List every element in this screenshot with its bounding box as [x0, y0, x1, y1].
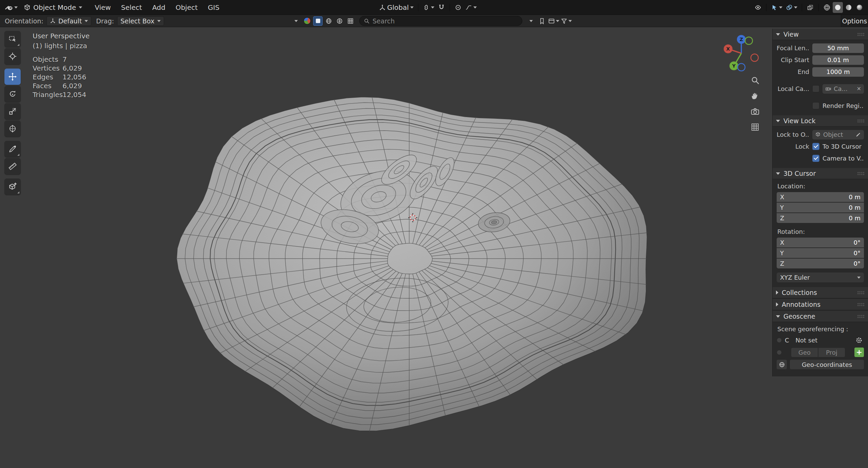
snap-magnet-toggle[interactable]: [436, 2, 447, 13]
geo-coordinates-button[interactable]: Geo-coordinates: [790, 360, 864, 369]
xray-toggle[interactable]: [805, 2, 815, 13]
orthographic-grid-button[interactable]: [747, 119, 762, 134]
menu-gis[interactable]: GIS: [203, 0, 224, 15]
bookmark-button[interactable]: [537, 16, 547, 26]
panel-header-collections[interactable]: Collections: [773, 287, 868, 298]
menu-object[interactable]: Object: [170, 0, 203, 15]
decorator-dot[interactable]: [777, 338, 782, 343]
panel-header-geoscene[interactable]: Geoscene: [773, 311, 868, 322]
drag-mode-dropdown[interactable]: Select Box: [117, 16, 164, 26]
matcap-ball-button[interactable]: [302, 16, 312, 26]
chevron-down-icon: [473, 6, 477, 8]
menu-select[interactable]: Select: [116, 0, 147, 15]
snap-target-dropdown[interactable]: [421, 2, 436, 13]
tool-select-box[interactable]: [4, 31, 21, 47]
decorator-dot[interactable]: [777, 350, 782, 355]
blender-logo-icon: [5, 4, 14, 11]
add-crs-button[interactable]: +: [854, 348, 864, 357]
clip-end-field[interactable]: 1000 m: [812, 67, 864, 77]
gizmo-neg-z-axis[interactable]: [738, 63, 745, 71]
proportional-falloff-dropdown[interactable]: [464, 2, 478, 13]
transform-orientation-dropdown[interactable]: Global: [378, 2, 415, 13]
panel-header-view-lock[interactable]: View Lock: [773, 115, 868, 127]
globe-icon-button[interactable]: [777, 360, 787, 369]
panel-header-annotations[interactable]: Annotations: [773, 299, 868, 310]
tool-move[interactable]: [4, 69, 21, 85]
geo-button[interactable]: Geo: [791, 348, 818, 357]
panel-grip[interactable]: [857, 119, 865, 123]
lock-to-3d-cursor-checkbox[interactable]: [812, 143, 819, 150]
camera-to-view-checkbox[interactable]: [812, 155, 819, 162]
focal-length-field[interactable]: 50 mm: [812, 43, 864, 53]
render-region-checkbox[interactable]: [812, 102, 819, 109]
zoom-button[interactable]: [747, 73, 762, 88]
pizza-mesh-object[interactable]: [160, 85, 662, 438]
cursor-rotation-z-field[interactable]: Z0°: [777, 259, 864, 268]
panel-grip[interactable]: [857, 172, 865, 175]
blender-menu-button[interactable]: [3, 0, 20, 15]
eyedropper-icon[interactable]: [855, 132, 861, 137]
tool-measure[interactable]: [4, 158, 21, 174]
shading-material-button[interactable]: [844, 2, 854, 13]
panel-header-view[interactable]: View: [773, 29, 868, 40]
cursor-location-x-field[interactable]: X0 m: [777, 192, 864, 202]
gear-icon: [855, 337, 863, 344]
tool-annotate[interactable]: [4, 141, 21, 157]
cursor-location-y-field[interactable]: Y0 m: [777, 203, 864, 212]
gizmo-neg-y-axis[interactable]: [745, 37, 753, 44]
proj-button[interactable]: Proj: [818, 348, 845, 357]
crs-settings-button[interactable]: [854, 335, 864, 345]
navigation-gizmo[interactable]: Z X Y: [722, 34, 761, 73]
rotation-mode-dropdown[interactable]: XYZ Euler: [777, 273, 864, 282]
local-camera-field[interactable]: Ca... ✕: [822, 84, 864, 94]
tool-add-cube[interactable]: [4, 179, 21, 195]
cursor-rotation-y-field[interactable]: Y0°: [777, 248, 864, 258]
viewport-3d[interactable]: User Perspective (1) lights | pizza Obje…: [0, 27, 868, 468]
pan-hand-button[interactable]: [747, 88, 762, 103]
menu-view[interactable]: View: [90, 0, 116, 15]
camera-view-button[interactable]: [747, 104, 762, 119]
shading-solid-button[interactable]: [833, 2, 843, 13]
orientation-dropdown[interactable]: Default: [47, 16, 91, 26]
filter-dropdown[interactable]: [561, 16, 572, 26]
menu-add[interactable]: Add: [147, 0, 170, 15]
object-visibility-dropdown[interactable]: [753, 2, 763, 13]
display-settings-dropdown[interactable]: [548, 16, 559, 26]
globe-button-1[interactable]: [324, 16, 333, 26]
options-panel-toggle[interactable]: Options: [841, 15, 868, 27]
panel-header-3d-cursor[interactable]: 3D Cursor: [773, 168, 868, 179]
lock-to-object-field[interactable]: Object: [812, 130, 864, 139]
xray-icon: [807, 4, 814, 11]
globe-button-2[interactable]: [335, 16, 344, 26]
show-gizmos-toggle[interactable]: [770, 2, 784, 13]
panel-grip[interactable]: [857, 315, 865, 318]
tool-scale[interactable]: [4, 103, 21, 119]
cursor-rotation-x-field[interactable]: X0°: [777, 238, 864, 247]
tool-cursor[interactable]: [4, 48, 21, 64]
tool-transform[interactable]: [4, 120, 21, 137]
grid-tiles-button[interactable]: [346, 16, 355, 26]
clip-start-field[interactable]: 0.01 m: [812, 55, 864, 65]
panel-grip[interactable]: [857, 33, 865, 36]
shading-wireframe-button[interactable]: [822, 2, 832, 13]
local-camera-checkbox[interactable]: [812, 85, 819, 92]
search-box[interactable]: [359, 16, 522, 26]
proportional-editing-toggle[interactable]: [453, 2, 463, 13]
search-options-chevron[interactable]: [526, 16, 536, 26]
close-icon[interactable]: ✕: [857, 86, 861, 92]
panel-grip[interactable]: [857, 303, 865, 306]
viewport-shading-toggle-active[interactable]: [313, 16, 323, 26]
search-input[interactable]: [373, 17, 518, 25]
show-overlays-toggle[interactable]: [784, 2, 799, 13]
wireframe-sphere-icon: [823, 4, 831, 11]
focal-length-row: Focal Len... 50 mm: [777, 43, 864, 53]
shading-rendered-button[interactable]: [854, 2, 865, 13]
cursor-location-stack: X0 m Y0 m Z0 m: [777, 192, 864, 223]
mode-dropdown[interactable]: Object Mode: [20, 2, 86, 13]
tool-rotate[interactable]: [4, 86, 21, 102]
gizmo-neg-x-axis[interactable]: [751, 54, 758, 61]
cursor-location-z-field[interactable]: Z0 m: [777, 213, 864, 223]
panel-grip[interactable]: [857, 291, 865, 295]
collapse-chevron-button[interactable]: [291, 16, 301, 26]
funnel-icon: [561, 18, 567, 24]
